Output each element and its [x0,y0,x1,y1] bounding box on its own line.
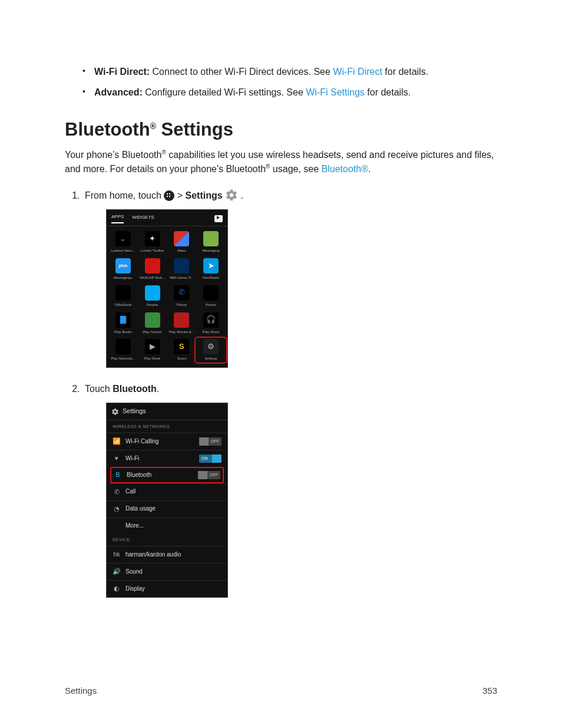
photos-icon [203,285,219,301]
tab-apps: APPS [111,213,124,224]
toggle-wi-fi: ON [199,454,222,463]
nextradio-icon: ➤ [203,258,219,274]
row-icon: hk [113,550,121,559]
settings-row-bluetooth: BBluetoothOFF [110,467,224,483]
screenshot-settings: Settings WIRELESS & NETWORKS 📶Wi-Fi Call… [106,403,228,598]
app-label: Phone [177,302,187,308]
app-label: Photos [206,302,217,308]
bullet-item-wifi-direct: Wi-Fi Direct: Connect to other Wi-Fi Dir… [82,65,497,78]
app-label: NextRadio [203,275,219,281]
app-nascar: NASCAR Mob... [138,258,167,281]
playgames-icon [145,312,160,328]
bullet-item-advanced: Advanced: Configure detailed Wi-Fi setti… [82,85,497,99]
heading-bluetooth-settings: Bluetooth® Settings [65,117,497,143]
playmovies-icon [174,312,189,328]
settings-row-harman-kardon-audio: hkharman/kardon audio [107,546,227,563]
app-label: Play Newssta... [111,356,135,361]
app-lumen: ✦Lumen Toolbar [138,231,167,253]
app-people: People [138,285,167,308]
footer-page-number: 353 [482,684,497,697]
settings-title-text: Settings [123,407,146,416]
app-playmusic: 🎧Play Music [197,312,225,335]
maps-icon [174,231,189,246]
row-label: Data usage [125,505,156,513]
app-label: Play Music [203,330,220,335]
app-office: OfficeSuite [109,285,137,308]
app-nba: NBA Game Ti... [168,258,196,281]
app-label: NBA Game Ti... [170,275,194,281]
settings-gear-icon [225,189,238,202]
settings-row-wi-fi-calling: 📶Wi-Fi CallingOFF [107,433,227,450]
office-icon [115,285,131,301]
row-icon: ▾ [113,454,121,463]
nba-icon [174,258,189,274]
app-label: Play Store [144,356,161,361]
row-icon: 🔊 [113,567,121,577]
play-store-shortcut-icon [214,215,223,222]
row-label: harman/kardon audio [125,551,181,559]
app-nextradio: ➤NextRadio [197,258,225,281]
row-icon: ◐ [113,584,121,594]
screenshot-app-drawer: APPS WIDGETS ⌄Lookout Secu...✦Lumen Tool… [106,209,228,368]
lookout-icon: ⌄ [115,231,131,246]
app-msgplus: plusMessaging+ [109,258,137,281]
apps-drawer-icon [164,190,174,201]
app-label: Maps [177,248,186,253]
app-label: Play Books [114,330,132,335]
steps-list: From home, touch > Settings . APPS WIDGE… [82,189,497,598]
bullet-strong: Wi-Fi Direct: [94,67,150,77]
row-label: Bluetooth [127,471,151,480]
app-photos: Photos [197,285,225,308]
link-wifi-settings[interactable]: Wi-Fi Settings [306,87,365,97]
msgplus-icon: plus [115,258,131,274]
settings-row-call: ✆Call [107,483,227,500]
app-settings-app: ⚙Settings [194,337,227,364]
app-phone: ✆Phone [168,285,196,308]
settings-row-sound: 🔊Sound [107,563,227,580]
bullet-list: Wi-Fi Direct: Connect to other Wi-Fi Dir… [82,65,497,99]
app-label: Play Movies &... [169,330,194,335]
row-label: Sound [125,568,143,577]
app-label: Messaging [203,248,220,253]
playstore-icon: ▶ [145,339,160,354]
app-label: Play Games [143,330,162,335]
scout-icon: S [174,339,189,354]
row-icon: 📶 [113,437,121,446]
app-label: Lookout Secu... [111,248,135,253]
lumen-icon: ✦ [145,231,160,246]
settings-row-wi-fi: ▾Wi-FiON [107,450,227,467]
page-footer: Settings 353 [65,684,497,697]
settings-row-more-: More... [107,518,227,534]
toggle-wi-fi-calling: OFF [199,437,222,446]
app-playgames: Play Games [138,312,167,335]
step-2: Touch Bluetooth. Settings WIRELESS & NET… [82,382,497,598]
settings-titlebar: Settings [107,403,227,420]
playbooks-icon: ▇ [115,312,131,328]
row-label: Call [125,487,135,496]
app-label: Scout [177,356,186,361]
app-label: People [147,302,158,308]
app-label: Lumen Toolbar [141,248,164,253]
row-label: More... [125,522,144,531]
row-icon: ✆ [113,487,121,497]
app-msg: Messaging [197,231,225,253]
app-playbooks: ▇Play Books [109,312,137,335]
bullet-strong: Advanced: [94,87,143,97]
tab-widgets: WIDGETS [132,214,154,223]
toggle-bluetooth: OFF [198,471,220,479]
drawer-tabs: APPS WIDGETS [107,210,227,227]
app-label: OfficeSuite [114,302,131,308]
row-label: Display [125,585,145,594]
settings-title-gear-icon [111,408,119,416]
nascar-icon [145,258,160,274]
link-wifi-direct[interactable]: Wi-Fi Direct [333,67,382,77]
app-scout: SScout [168,339,196,361]
playmusic-icon: 🎧 [203,312,219,328]
settings-app-icon: ⚙ [203,339,219,354]
link-bluetooth[interactable]: Bluetooth® [322,164,368,174]
msg-icon [203,231,219,246]
app-maps: Maps [168,231,196,253]
app-label: Settings [204,356,217,361]
app-playmovies: Play Movies &... [168,312,196,335]
row-icon: ◔ [113,505,121,514]
